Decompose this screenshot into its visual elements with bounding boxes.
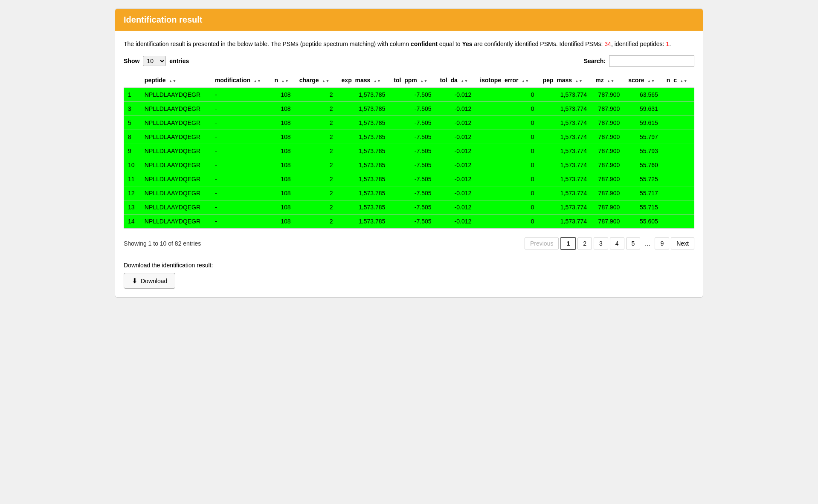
table-cell: -7.505 [389,200,435,214]
table-cell [662,186,694,200]
col-header-isotope_error[interactable]: isotope_error ▲▼ [476,73,538,87]
col-header-modification[interactable]: modification ▲▼ [211,73,270,87]
table-cell: 0 [476,200,538,214]
table-controls: Show 10 25 50 100 entries Search: [124,55,694,67]
table-cell: 108 [270,172,295,186]
table-cell: 0 [476,102,538,116]
table-cell: 55.760 [624,158,662,172]
table-cell: NPLLDLAAYDQEGR [140,158,211,172]
table-cell: 108 [270,87,295,102]
search-input[interactable] [609,55,694,67]
download-icon: ⬇ [132,277,137,285]
table-cell: 2 [295,158,337,172]
table-cell: 108 [270,200,295,214]
table-row[interactable]: 9NPLLDLAAYDQEGR-10821,573.785-7.505-0.01… [124,144,694,158]
col-header-tol_da[interactable]: tol_da ▲▼ [436,73,476,87]
table-cell: 55.605 [624,214,662,229]
next-button[interactable]: Next [671,238,694,249]
col-header-pep_mass[interactable]: pep_mass ▲▼ [539,73,592,87]
table-cell: 1,573.774 [539,172,592,186]
col-header-tol_ppm[interactable]: tol_ppm ▲▼ [389,73,435,87]
page-ellipsis: … [642,238,653,249]
table-cell [662,172,694,186]
col-header-charge[interactable]: charge ▲▼ [295,73,337,87]
col-header-n_c[interactable]: n_c ▲▼ [662,73,694,87]
table-cell: NPLLDLAAYDQEGR [140,200,211,214]
page-btn-1[interactable]: 1 [560,237,576,250]
sort-arrows-mz: ▲▼ [607,79,615,83]
table-row[interactable]: 10NPLLDLAAYDQEGR-10821,573.785-7.505-0.0… [124,158,694,172]
table-cell: 2 [295,186,337,200]
show-label: Show [124,58,139,64]
table-cell: 1,573.785 [337,172,390,186]
table-cell: 2 [295,214,337,229]
table-row[interactable]: 1NPLLDLAAYDQEGR-10821,573.785-7.505-0.01… [124,87,694,102]
table-row[interactable]: 12NPLLDLAAYDQEGR-10821,573.785-7.505-0.0… [124,186,694,200]
entries-label: entries [169,58,189,64]
table-row[interactable]: 5NPLLDLAAYDQEGR-10821,573.785-7.505-0.01… [124,116,694,130]
pagination-info: Showing 1 to 10 of 82 entries [124,240,201,247]
table-row[interactable]: 8NPLLDLAAYDQEGR-10821,573.785-7.505-0.01… [124,130,694,144]
table-cell: 1,573.785 [337,102,390,116]
table-cell: 5 [124,116,140,130]
table-cell: 2 [295,130,337,144]
table-cell: 1,573.785 [337,200,390,214]
table-cell: - [211,144,270,158]
table-cell: NPLLDLAAYDQEGR [140,116,211,130]
table-cell: - [211,116,270,130]
col-header-mz[interactable]: mz ▲▼ [591,73,624,87]
page-btn-3[interactable]: 3 [594,238,608,249]
table-row[interactable]: 11NPLLDLAAYDQEGR-10821,573.785-7.505-0.0… [124,172,694,186]
desc-text1: The identification result is presented i… [124,41,411,47]
table-cell: 2 [295,102,337,116]
sort-arrows-tol_da: ▲▼ [461,79,468,83]
sort-arrows-exp_mass: ▲▼ [373,79,381,83]
table-cell: 9 [124,144,140,158]
entries-select[interactable]: 10 25 50 100 [143,56,166,66]
table-cell: -0.012 [436,158,476,172]
table-row[interactable]: 14NPLLDLAAYDQEGR-10821,573.785-7.505-0.0… [124,214,694,229]
col-header-exp_mass[interactable]: exp_mass ▲▼ [337,73,390,87]
download-section: Download the identification result: ⬇ Do… [124,262,694,289]
col-header-index [124,73,140,87]
table-cell: 2 [295,172,337,186]
table-cell: 787.900 [591,158,624,172]
desc-bold2: Yes [462,41,472,47]
table-cell: -0.012 [436,87,476,102]
show-entries-control: Show 10 25 50 100 entries [124,56,189,66]
desc-bold1: confident [411,41,438,47]
previous-button[interactable]: Previous [525,238,559,249]
table-cell: 1,573.774 [539,214,592,229]
sort-arrows-isotope_error: ▲▼ [521,79,529,83]
table-cell [662,102,694,116]
col-header-n[interactable]: n ▲▼ [270,73,295,87]
col-header-score[interactable]: score ▲▼ [624,73,662,87]
page-btn-4[interactable]: 4 [610,238,624,249]
table-cell: 1,573.785 [337,186,390,200]
table-cell: -7.505 [389,172,435,186]
table-cell: -0.012 [436,214,476,229]
download-button-label: Download [141,278,167,284]
table-cell: 2 [295,200,337,214]
table-cell: 108 [270,144,295,158]
table-cell: 108 [270,130,295,144]
table-cell [662,87,694,102]
description-text: The identification result is presented i… [124,39,694,49]
page-btn-5[interactable]: 5 [626,238,641,249]
table-cell: 14 [124,214,140,229]
sort-arrows-n: ▲▼ [281,79,289,83]
desc-text5: . [669,41,671,47]
table-cell: 787.900 [591,144,624,158]
page-btn-9[interactable]: 9 [655,238,669,249]
table-cell: 1,573.785 [337,130,390,144]
page-btn-2[interactable]: 2 [577,238,592,249]
table-cell: -0.012 [436,116,476,130]
download-button[interactable]: ⬇ Download [124,273,175,289]
table-cell: 2 [295,116,337,130]
table-cell: 1,573.774 [539,186,592,200]
table-cell: 55.717 [624,186,662,200]
table-row[interactable]: 3NPLLDLAAYDQEGR-10821,573.785-7.505-0.01… [124,102,694,116]
table-cell: 108 [270,102,295,116]
col-header-peptide[interactable]: peptide ▲▼ [140,73,211,87]
table-row[interactable]: 13NPLLDLAAYDQEGR-10821,573.785-7.505-0.0… [124,200,694,214]
